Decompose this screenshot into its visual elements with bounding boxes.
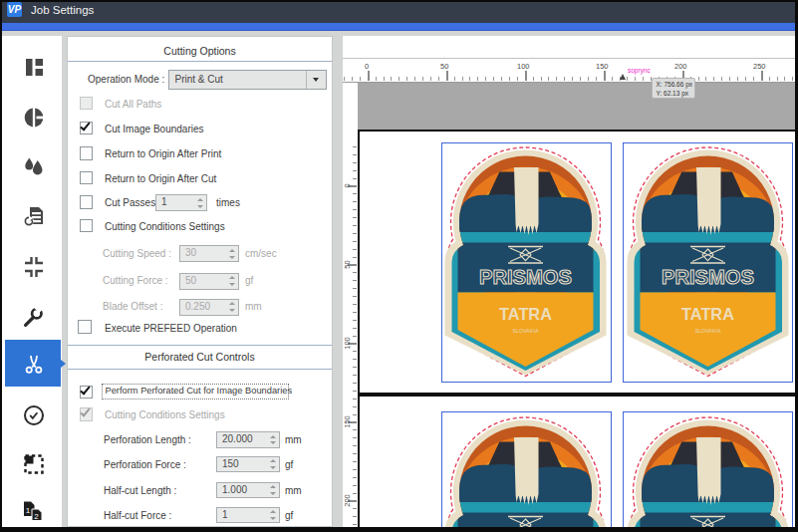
svg-text:1: 1 [25, 505, 30, 514]
svg-text:2: 2 [34, 511, 39, 520]
